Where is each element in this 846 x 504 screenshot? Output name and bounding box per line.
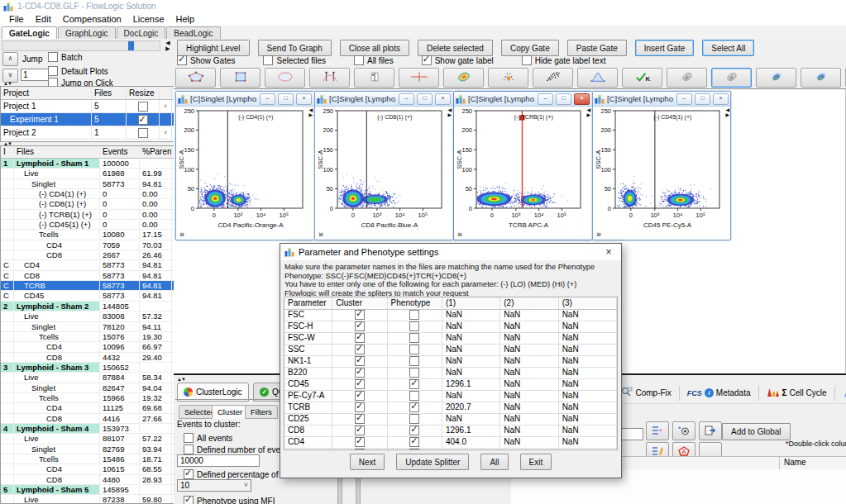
copy-gate-button[interactable]: Copy Gate	[501, 40, 559, 56]
option-show-gate-label-checkbox[interactable]	[422, 55, 432, 65]
project-resize-checkbox[interactable]	[138, 115, 148, 125]
files-table-row[interactable]: Live8723859.80	[1, 495, 174, 504]
all-button[interactable]: All	[480, 454, 508, 470]
files-table-row[interactable]: CD4705970.03	[1, 240, 174, 250]
files-table-row[interactable]: (-) CD45(1) (+)00.00	[1, 220, 174, 230]
close-all-plots-button[interactable]: Close all plots	[340, 40, 409, 56]
files-table-row[interactable]: CCD85877394.81	[1, 271, 174, 281]
percentage-dropdown[interactable]: 10	[177, 479, 251, 492]
tab-doclogic[interactable]: DocLogic	[117, 26, 166, 39]
slider-arrows[interactable]: ◀▶	[164, 40, 172, 51]
dialog-table-row[interactable]: FSC-WNaNNaNNaN	[284, 333, 617, 345]
menu-help[interactable]: Help	[170, 13, 201, 25]
option-defined-number-of-events-checkbox[interactable]	[184, 445, 194, 454]
dialog-title-bar[interactable]: Parameter and Phenotype settings ×	[280, 244, 621, 260]
phenotype-checkbox[interactable]	[409, 321, 419, 331]
send-to-graph-button[interactable]: Send To Graph	[258, 40, 332, 56]
option-phenotype-using-mfi[interactable]: Phenotype using MFI	[184, 496, 275, 504]
close-icon[interactable]: ×	[713, 93, 729, 105]
project-resize-checkbox[interactable]	[138, 102, 148, 112]
cluster-checkbox[interactable]	[355, 449, 365, 450]
project-resize-checkbox[interactable]	[138, 128, 148, 138]
cluster-checkbox[interactable]	[355, 333, 365, 343]
option-selected-files[interactable]: Selected files	[263, 55, 325, 65]
dialog-value-cell[interactable]: NaN	[500, 345, 558, 355]
minimize-icon[interactable]: –	[676, 93, 692, 105]
dialog-value-cell[interactable]: NaN	[559, 391, 617, 402]
dialog-value-cell[interactable]: NaN	[559, 414, 617, 425]
option-all-files[interactable]: All files	[354, 55, 394, 65]
dialog-value-cell[interactable]: NaN	[500, 310, 558, 321]
quadrant-gate-button[interactable]	[399, 68, 439, 88]
phenotype-checkbox[interactable]	[409, 414, 419, 424]
dialog-value-cell[interactable]: 1296.1	[442, 426, 500, 436]
dialog-value-cell[interactable]: NaN	[559, 437, 617, 448]
paste-gate-button[interactable]: Paste Gate	[567, 40, 627, 56]
option-all-files-checkbox[interactable]	[354, 55, 364, 65]
phenotype-checkbox[interactable]	[409, 391, 419, 401]
select-all-button[interactable]: Select All	[702, 40, 754, 56]
maximize-icon[interactable]: □	[278, 93, 294, 105]
exit-button[interactable]: Exit	[520, 454, 552, 470]
files-table-row[interactable]: CD41009666.97	[1, 342, 174, 352]
sidebar-option-default-plots-checkbox[interactable]	[48, 66, 58, 76]
dialog-value-cell[interactable]: NaN	[442, 449, 500, 450]
option-defined-percentage-of-events-checkbox[interactable]	[184, 469, 194, 479]
dialog-value-cell[interactable]: NaN	[442, 345, 500, 355]
files-table-row[interactable]: 1Lymphoid - Sham 1100000	[1, 159, 174, 169]
plot-scroll-arrows-icon[interactable]: ◀▶	[586, 107, 590, 117]
toolbar-item-sigma[interactable]: Σ	[834, 386, 846, 401]
project-scrollbar-arrow[interactable]: ˅	[160, 126, 172, 139]
maximize-icon[interactable]: □	[695, 93, 710, 105]
dialog-value-cell[interactable]: 2020.7	[442, 402, 500, 413]
plot-expand-icon[interactable]: »	[457, 230, 462, 239]
dialog-value-cell[interactable]: NaN	[500, 414, 558, 425]
maximize-icon[interactable]: □	[417, 93, 433, 105]
dialog-value-cell[interactable]: NaN	[559, 356, 617, 367]
files-table-row[interactable]: Live6198861.99	[1, 169, 174, 178]
plot-scroll-arrows-icon[interactable]: ◀▶	[308, 107, 313, 117]
files-table-row[interactable]: (-) CD4(1) (+)00.00	[1, 189, 174, 199]
minimize-icon[interactable]: –	[260, 93, 275, 105]
phenotype-checkbox[interactable]	[409, 437, 419, 447]
jump-input[interactable]: 1	[21, 69, 49, 81]
dialog-value-cell[interactable]: NaN	[500, 356, 558, 367]
plot-window-title-bar[interactable]: [C]Singlet [Lympho...–□×	[593, 92, 730, 107]
menu-compensation[interactable]: Compensation	[57, 13, 127, 25]
cluster-checkbox[interactable]	[355, 402, 365, 412]
cluster-checkbox[interactable]	[355, 414, 365, 424]
files-table-row[interactable]: Tcells1507619.30	[1, 332, 174, 342]
dialog-value-cell[interactable]: NaN	[442, 391, 500, 402]
dialog-value-cell[interactable]: NaN	[559, 449, 617, 450]
files-table-row[interactable]: CTCRB5877394.81	[1, 281, 174, 291]
option-show-gate-label[interactable]: Show gate label	[422, 55, 494, 65]
rectangle-gate-button[interactable]	[220, 68, 260, 88]
files-table-row[interactable]: CCD45877394.81	[1, 260, 174, 270]
dialog-value-cell[interactable]: NaN	[442, 368, 500, 378]
dialog-value-cell[interactable]: NaN	[559, 345, 617, 355]
plot-window-2[interactable]: [C]Singlet [Lympho...–□×2502001501005000…	[314, 91, 453, 240]
files-table-row[interactable]: 5Lymphoid - Sham 5145895	[1, 485, 174, 495]
jump-up-button[interactable]: ∧	[2, 52, 18, 66]
plot-expand-icon[interactable]: »	[179, 230, 184, 239]
histogram-gate-button[interactable]	[309, 68, 350, 88]
plot-expand-icon[interactable]: »	[318, 230, 323, 239]
subtab-cluster[interactable]: Cluster	[212, 405, 248, 419]
subtab-filters[interactable]: Filters	[245, 405, 278, 419]
dialog-value-cell[interactable]: NaN	[500, 437, 558, 448]
density-gray-button[interactable]	[667, 68, 707, 88]
dialog-value-cell[interactable]: NaN	[500, 368, 558, 378]
level-slider[interactable]	[2, 40, 160, 51]
histogram-plot-button[interactable]	[577, 68, 618, 88]
files-table-row[interactable]: 2Lymphoid - Sham 2144805	[1, 302, 174, 311]
dialog-value-cell[interactable]: NaN	[559, 333, 617, 344]
files-table-row[interactable]: Singlet8264794.04	[1, 383, 174, 393]
update-splitter-button[interactable]: Update Splitter	[396, 454, 469, 470]
dialog-value-cell[interactable]: NaN	[559, 368, 617, 378]
project-scrollbar-arrow[interactable]	[160, 113, 172, 126]
dialog-value-cell[interactable]: NaN	[500, 426, 558, 436]
density-color-button[interactable]	[756, 68, 796, 88]
dialog-value-cell[interactable]: NaN	[442, 310, 500, 321]
menu-file[interactable]: File	[3, 13, 30, 25]
add-to-global-button[interactable]: Add to Global	[722, 423, 791, 440]
